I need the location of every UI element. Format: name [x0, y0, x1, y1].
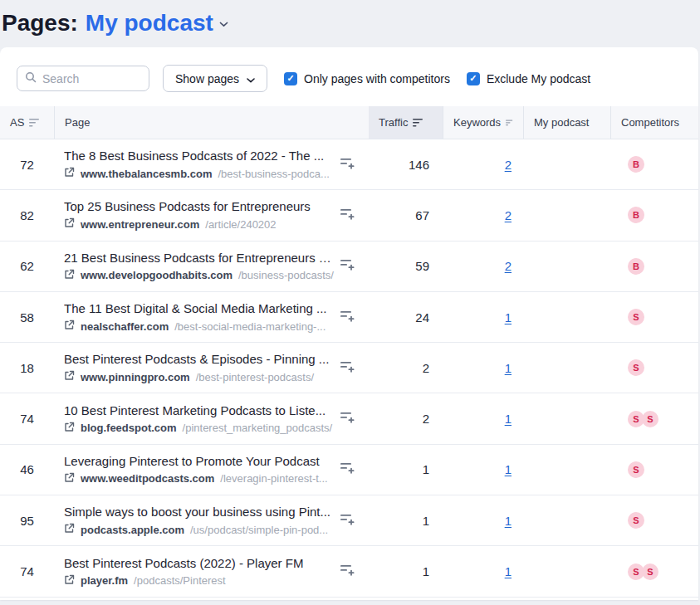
show-pages-button[interactable]: Show pages — [163, 65, 267, 92]
external-link-icon[interactable] — [64, 370, 75, 383]
external-link-icon[interactable] — [64, 320, 75, 333]
keywords-link[interactable]: 1 — [505, 462, 512, 476]
add-to-list-icon[interactable] — [340, 310, 355, 325]
table-header: AS Page Traffic Keywords My podcast Comp… — [0, 106, 698, 139]
add-to-list-icon[interactable] — [340, 461, 355, 477]
keywords-link[interactable]: 1 — [505, 361, 512, 375]
competitor-badge: S — [642, 564, 658, 580]
page-path: /best-business-podca... — [218, 168, 329, 180]
external-link-icon[interactable] — [64, 167, 75, 180]
page-domain[interactable]: www.pinningpro.com — [81, 371, 190, 383]
column-header-competitors[interactable]: Competitors — [610, 106, 698, 139]
checkbox-only-competitors[interactable]: ✓ Only pages with competitors — [284, 72, 450, 85]
add-to-list-icon[interactable] — [340, 207, 355, 223]
keywords-link[interactable]: 1 — [505, 564, 512, 578]
column-header-as[interactable]: AS — [0, 106, 54, 139]
keywords-link[interactable]: 1 — [505, 514, 512, 528]
page-path: /us/podcast/simple-pin-pod... — [190, 524, 328, 536]
external-link-icon[interactable] — [64, 523, 75, 536]
traffic-value: 1 — [369, 462, 443, 476]
page-title[interactable]: 21 Best Business Podcasts for Entreprene… — [64, 251, 331, 265]
page-domain[interactable]: blog.feedspot.com — [81, 422, 177, 434]
traffic-value: 67 — [369, 208, 443, 222]
add-to-list-icon[interactable] — [340, 258, 355, 274]
page-title[interactable]: Top 25 Business Podcasts for Entrepreneu… — [64, 199, 311, 213]
page-domain[interactable]: podcasts.apple.com — [81, 524, 184, 536]
keywords-link[interactable]: 1 — [505, 412, 512, 426]
selected-podcast-label: My podcast — [86, 10, 213, 37]
as-value: 82 — [0, 208, 54, 222]
page-info: 21 Best Business Podcasts for Entreprene… — [64, 251, 331, 282]
page-info: Top 25 Business Podcasts for Entrepreneu… — [64, 199, 311, 231]
as-value: 46 — [0, 462, 54, 476]
keywords-link[interactable]: 2 — [505, 259, 512, 273]
competitor-badge: S — [628, 461, 644, 478]
page-info: The 11 Best Digital & Social Media Marke… — [64, 301, 327, 333]
external-link-icon[interactable] — [64, 574, 75, 588]
external-link-icon[interactable] — [64, 217, 75, 231]
page-title[interactable]: Best Pinterest Podcasts (2022) - Player … — [64, 556, 303, 570]
table-row: 95 Simple ways to boost your business us… — [0, 495, 698, 546]
traffic-value: 24 — [369, 310, 443, 324]
page-path: /leveragin-pinterest-t... — [220, 472, 327, 485]
page-title[interactable]: 10 Best Pinterest Marketing Podcasts to … — [64, 403, 331, 417]
page-path: /best-pinterest-podcasts/ — [196, 371, 314, 383]
competitor-badges: B — [610, 207, 698, 223]
keywords-link[interactable]: 1 — [505, 310, 512, 324]
competitor-badge: S — [628, 411, 644, 427]
page-domain[interactable]: www.thebalancesmb.com — [81, 168, 212, 180]
column-header-keywords[interactable]: Keywords — [443, 106, 523, 139]
pages-card: Show pages ✓ Only pages with competitors… — [0, 47, 698, 600]
external-link-icon[interactable] — [64, 269, 75, 282]
column-label: Traffic — [379, 116, 408, 129]
column-label: My podcast — [534, 116, 589, 129]
page-domain[interactable]: www.weeditpodcasts.com — [81, 472, 214, 485]
search-input[interactable] — [42, 72, 141, 85]
page-title[interactable]: Leveraging Pinterest to Promote Your Pod… — [64, 454, 328, 468]
external-link-icon[interactable] — [64, 472, 75, 485]
page-title[interactable]: Best Pinterest Podcasts & Episodes - Pin… — [64, 352, 329, 366]
sort-icon — [506, 119, 513, 127]
traffic-value: 2 — [369, 412, 443, 426]
as-value: 74 — [0, 412, 54, 426]
column-header-my-podcast[interactable]: My podcast — [523, 106, 610, 139]
add-to-list-icon[interactable] — [340, 360, 355, 376]
page-title[interactable]: Simple ways to boost your business using… — [64, 505, 330, 519]
add-to-list-icon[interactable] — [340, 157, 355, 173]
search-box[interactable] — [17, 66, 149, 91]
table-row: 82 Top 25 Business Podcasts for Entrepre… — [0, 190, 698, 241]
keywords-link[interactable]: 2 — [505, 208, 512, 222]
checkbox-exclude-my-podcast[interactable]: ✓ Exclude My podcast — [467, 72, 590, 85]
column-label: AS — [10, 116, 24, 129]
page-info: Best Pinterest Podcasts (2022) - Player … — [64, 556, 303, 588]
sort-icon-active — [413, 119, 423, 127]
column-header-traffic[interactable]: Traffic — [369, 106, 443, 139]
traffic-value: 1 — [369, 564, 443, 578]
page-domain[interactable]: www.entrepreneur.com — [81, 218, 199, 231]
page-domain[interactable]: nealschaffer.com — [81, 320, 169, 333]
competitor-badge: S — [642, 411, 658, 427]
table-row: 62 21 Best Business Podcasts for Entrepr… — [0, 242, 698, 292]
page-domain[interactable]: player.fm — [81, 574, 128, 587]
column-header-page[interactable]: Page — [54, 106, 369, 139]
toolbar: Show pages ✓ Only pages with competitors… — [0, 47, 698, 106]
podcast-selector[interactable]: My podcast — [86, 10, 228, 37]
page-domain[interactable]: www.developgoodhabits.com — [81, 269, 233, 281]
page-title[interactable]: The 8 Best Business Podcasts of 2022 - T… — [64, 149, 330, 163]
column-label: Competitors — [621, 116, 679, 129]
page-title[interactable]: The 11 Best Digital & Social Media Marke… — [64, 301, 327, 315]
external-link-icon[interactable] — [64, 422, 75, 435]
page-info: Best Pinterest Podcasts & Episodes - Pin… — [64, 352, 329, 383]
competitor-badge: S — [628, 359, 644, 376]
checkmark-icon: ✓ — [284, 72, 297, 85]
add-to-list-icon[interactable] — [340, 411, 355, 427]
competitor-badges: B — [610, 258, 698, 275]
keywords-link[interactable]: 2 — [505, 158, 512, 172]
page-path: /podcasts/Pinterest — [134, 574, 226, 587]
competitor-badge: B — [628, 207, 644, 223]
competitor-badge: S — [628, 309, 644, 325]
add-to-list-icon[interactable] — [340, 513, 355, 529]
competitor-badge: S — [628, 564, 644, 580]
competitor-badges: S — [610, 359, 698, 376]
add-to-list-icon[interactable] — [340, 564, 355, 579]
